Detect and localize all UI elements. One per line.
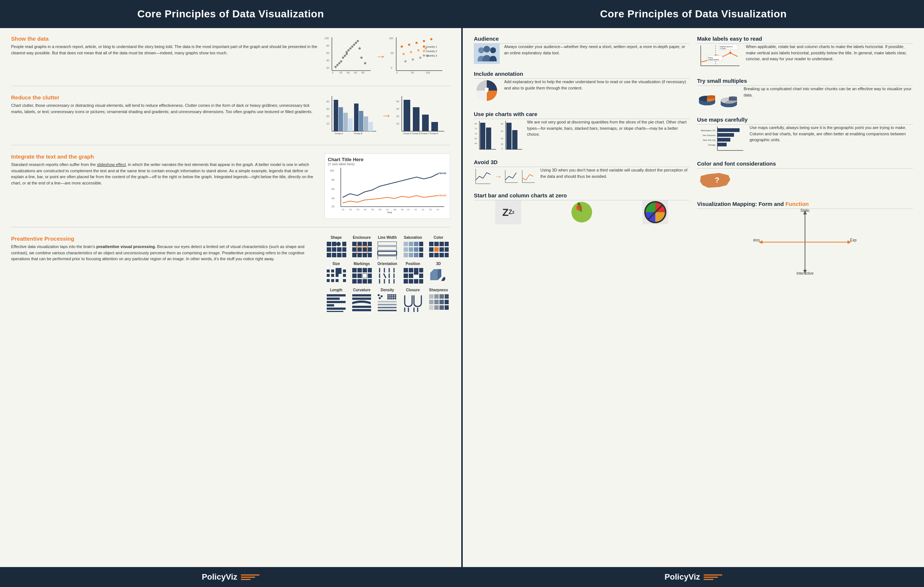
svg-rect-244 <box>387 298 389 299</box>
svg-text:0: 0 <box>391 66 392 69</box>
pie-charts-title: Include annotation <box>474 71 690 79</box>
preattentive-length: Length <box>325 288 348 312</box>
svg-rect-140 <box>378 247 397 250</box>
color-item-rainbow <box>620 200 690 227</box>
svg-rect-120 <box>337 247 342 252</box>
svg-point-52 <box>423 50 425 52</box>
svg-text:'08: '08 <box>393 208 396 211</box>
svg-rect-256 <box>445 294 449 298</box>
color-item-blindness <box>547 200 617 227</box>
svg-rect-206 <box>409 268 413 272</box>
svg-text:10: 10 <box>396 122 399 125</box>
show-data-section: Show the data People read graphs in a re… <box>11 35 450 77</box>
svg-rect-225 <box>327 308 346 310</box>
svg-rect-227 <box>352 294 371 297</box>
svg-rect-115 <box>332 242 337 246</box>
show-data-body: People read graphs in a research report,… <box>11 44 319 56</box>
audience-section: Audience Always consider you <box>474 35 690 64</box>
svg-point-42 <box>403 53 405 55</box>
svg-rect-174 <box>343 274 346 277</box>
svg-rect-118 <box>327 247 331 252</box>
svg-rect-84 <box>422 115 429 131</box>
svg-point-28 <box>358 47 361 49</box>
svg-rect-117 <box>342 242 346 246</box>
svg-rect-122 <box>327 253 331 257</box>
svg-text:5 years: 5 years <box>720 47 726 49</box>
svg-rect-209 <box>404 274 408 278</box>
svg-text:Group A: Group A <box>335 132 343 135</box>
svg-rect-316 <box>718 133 734 137</box>
svg-point-46 <box>404 60 407 63</box>
svg-rect-205 <box>404 268 408 272</box>
svg-rect-137 <box>363 253 367 257</box>
small-multiples-visual: → <box>474 167 536 186</box>
svg-point-17 <box>347 49 350 51</box>
start-at-zero-body: We are not very good at discerning quant… <box>527 119 690 137</box>
svg-rect-73 <box>368 122 373 131</box>
svg-point-21 <box>355 42 357 44</box>
svg-rect-129 <box>368 242 372 246</box>
svg-rect-125 <box>342 253 346 257</box>
svg-text:Group B: Group B <box>354 132 362 135</box>
small-multiples-body: Using 3D when you don't have a third var… <box>540 167 690 179</box>
svg-rect-210 <box>409 274 413 278</box>
svg-rect-263 <box>439 305 444 310</box>
svg-rect-142 <box>378 256 397 259</box>
svg-point-116 <box>337 242 341 246</box>
svg-rect-70 <box>354 104 358 131</box>
svg-text:Group C: Group C <box>421 132 429 135</box>
svg-rect-148 <box>409 247 413 252</box>
svg-rect-240 <box>389 296 391 298</box>
svg-text:10: 10 <box>327 122 329 125</box>
svg-rect-176 <box>331 279 334 282</box>
svg-text:75: 75 <box>475 127 477 130</box>
right-panel-footer: PolicyViz <box>463 567 924 587</box>
integrate-text-visual: Chart Title Here (Y axis label here) 100… <box>325 153 450 219</box>
svg-rect-285 <box>507 123 512 149</box>
svg-rect-257 <box>429 300 434 304</box>
show-data-visual: 100 80 60 40 20 0 20 40 60 80 <box>325 35 450 77</box>
svg-rect-134 <box>368 247 372 252</box>
svg-rect-179 <box>352 268 356 272</box>
scatter-arrow: → <box>376 51 386 63</box>
svg-point-40 <box>423 40 425 42</box>
right-footer-lines <box>704 574 722 580</box>
svg-rect-264 <box>445 305 449 310</box>
svg-rect-135 <box>352 253 356 257</box>
svg-point-23 <box>346 51 348 53</box>
left-footer-lines <box>241 574 259 580</box>
svg-rect-165 <box>439 253 444 257</box>
audience-title: Audience <box>474 35 690 44</box>
svg-rect-235 <box>389 294 391 296</box>
svg-text:65: 65 <box>475 137 477 140</box>
svg-rect-190 <box>357 279 362 284</box>
right-panel: Core Principles of Data Visualization Au… <box>463 0 924 587</box>
svg-text:80: 80 <box>332 178 335 181</box>
svg-rect-114 <box>327 242 331 246</box>
svg-text:Series 2: Series 2 <box>439 194 446 197</box>
svg-text:100: 100 <box>330 169 334 172</box>
line-chart: 100 80 60 40 20 '01 '02 '03 '04 '05 '06 … <box>328 166 446 214</box>
svg-point-26 <box>364 62 366 64</box>
labels-visual: Washington, DC San Francisco New York Ci… <box>697 125 745 154</box>
scatter-plot-before: 100 80 60 40 20 0 20 40 60 80 <box>325 35 373 76</box>
svg-rect-255 <box>439 294 444 298</box>
svg-rect-124 <box>337 253 342 257</box>
svg-rect-182 <box>368 268 372 272</box>
svg-rect-236 <box>391 294 393 296</box>
color-items-row: ZZ z <box>474 200 690 227</box>
svg-rect-178 <box>343 279 346 282</box>
svg-rect-191 <box>363 279 367 284</box>
svg-text:70: 70 <box>475 133 477 135</box>
svg-text:Exploratory: Exploratory <box>850 238 857 242</box>
svg-rect-212 <box>419 274 423 278</box>
svg-rect-246 <box>391 298 393 299</box>
svg-point-12 <box>337 64 338 66</box>
svg-text:'11: '11 <box>414 208 417 211</box>
preattentive-body: Effective data visualization taps into t… <box>11 244 319 262</box>
svg-text:80: 80 <box>501 123 503 125</box>
svg-point-54 <box>423 54 425 56</box>
svg-text:'13: '13 <box>429 208 432 211</box>
reduce-clutter-title: Reduce the clutter <box>11 94 319 101</box>
svg-rect-221 <box>327 294 346 297</box>
